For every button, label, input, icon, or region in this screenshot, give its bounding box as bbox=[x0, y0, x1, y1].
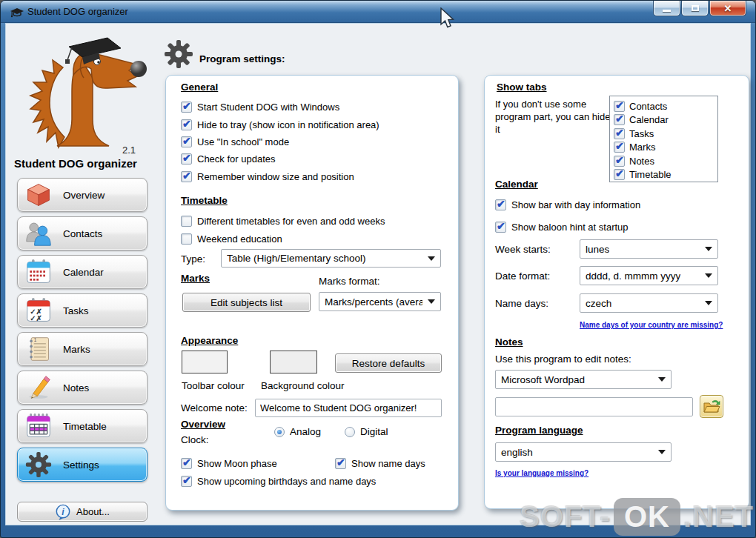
checkbox[interactable] bbox=[181, 119, 192, 130]
checkbox-name-days[interactable]: Show name days bbox=[335, 456, 425, 470]
section-heading-language: Program language bbox=[495, 425, 583, 436]
radio-button[interactable] bbox=[345, 427, 355, 437]
tab-item-marks[interactable]: Marks bbox=[614, 141, 714, 155]
language-missing-link[interactable]: Is your language missing? bbox=[495, 469, 588, 477]
contacts-icon bbox=[24, 219, 53, 248]
checkbox[interactable] bbox=[614, 101, 625, 112]
checkbox-hide-to-tray[interactable]: Hide to tray (show icon in notification … bbox=[181, 118, 379, 131]
checkbox[interactable] bbox=[495, 199, 506, 210]
checkbox[interactable] bbox=[614, 142, 625, 153]
minimize-button[interactable] bbox=[653, 1, 680, 16]
pencil-icon bbox=[24, 373, 53, 402]
sidebar-item-timetable[interactable]: Timetable bbox=[17, 409, 147, 443]
sidebar-item-tasks[interactable]: ✓✗ ✓✗ Tasks bbox=[17, 293, 147, 328]
checkbox-moon-phase[interactable]: Show Moon phase bbox=[181, 456, 277, 470]
chevron-down-icon bbox=[428, 299, 435, 304]
type-label: Type: bbox=[181, 253, 205, 265]
tab-item-calendar[interactable]: Calendar bbox=[614, 113, 714, 127]
sidebar-item-label: Tasks bbox=[63, 305, 89, 316]
select-value: czech bbox=[586, 298, 611, 309]
checkbox-label: Show bar with day information bbox=[511, 199, 640, 210]
notes-editor-select[interactable]: Microsoft Wordpad bbox=[495, 370, 672, 389]
close-button[interactable]: ✕ bbox=[709, 1, 746, 16]
checkbox[interactable] bbox=[614, 169, 625, 180]
sidebar-item-marks[interactable]: 1 Marks bbox=[17, 332, 147, 366]
checkbox-in-school-mode[interactable]: Use "In school" mode bbox=[181, 135, 289, 148]
maximize-button[interactable] bbox=[681, 1, 709, 16]
sidebar-item-overview[interactable]: Overview bbox=[17, 178, 147, 212]
checkbox-even-odd-weeks[interactable]: Different timetables for even and odd we… bbox=[181, 214, 385, 228]
restore-defaults-button[interactable]: Restore defaults bbox=[335, 353, 442, 373]
close-icon: ✕ bbox=[724, 3, 732, 14]
tab-label: Marks bbox=[629, 142, 655, 153]
chevron-down-icon bbox=[658, 450, 666, 454]
week-starts-label: Week starts: bbox=[495, 244, 551, 255]
notes-description: Use this program to edit notes: bbox=[495, 353, 631, 365]
checkbox-day-information-bar[interactable]: Show bar with day information bbox=[495, 198, 640, 211]
radio-analog[interactable]: Analog bbox=[274, 426, 321, 437]
section-heading-notes: Notes bbox=[495, 336, 523, 348]
tab-item-tasks[interactable]: Tasks bbox=[614, 127, 714, 141]
checkbox[interactable] bbox=[181, 476, 192, 487]
week-starts-select[interactable]: lunes bbox=[580, 239, 718, 259]
chevron-down-icon bbox=[658, 377, 666, 382]
checkbox[interactable] bbox=[614, 156, 625, 167]
checkbox[interactable] bbox=[614, 114, 625, 125]
select-value: Table (High/Elementary school) bbox=[227, 253, 366, 264]
dog-tail bbox=[30, 60, 64, 147]
tab-label: Timetable bbox=[629, 169, 672, 180]
select-value: english bbox=[501, 447, 533, 458]
radio-button[interactable] bbox=[274, 427, 285, 437]
svg-text:1: 1 bbox=[34, 337, 37, 342]
checkbox[interactable] bbox=[181, 458, 192, 469]
marks-format-select[interactable]: Marks/percents (avera bbox=[319, 292, 441, 311]
language-select[interactable]: english bbox=[495, 442, 672, 462]
checkbox-weekend-education[interactable]: Weekend education bbox=[181, 232, 282, 245]
show-tabs-listbox[interactable]: Contacts Calendar Tasks Marks Notes bbox=[609, 96, 718, 182]
checkbox[interactable] bbox=[181, 216, 192, 227]
date-format-select[interactable]: dddd, d. mmmm yyyy bbox=[580, 266, 718, 285]
notes-editor-path-input[interactable] bbox=[495, 397, 693, 416]
tab-label: Contacts bbox=[629, 101, 667, 112]
select-value: Microsoft Wordpad bbox=[501, 374, 585, 385]
checkbox[interactable] bbox=[335, 458, 346, 469]
chevron-down-icon bbox=[428, 256, 435, 261]
browse-folder-button[interactable] bbox=[700, 395, 723, 418]
checkbox[interactable] bbox=[181, 153, 192, 165]
checkbox-label: Weekend education bbox=[197, 233, 282, 245]
button-label: Restore defaults bbox=[352, 358, 425, 369]
about-button[interactable]: i About... bbox=[17, 502, 147, 522]
checkbox[interactable] bbox=[181, 102, 192, 113]
sidebar-item-label: Calendar bbox=[63, 267, 104, 278]
svg-text:✓✗: ✓✗ bbox=[30, 314, 42, 322]
name-days-select[interactable]: czech bbox=[580, 293, 718, 313]
sidebar-item-settings[interactable]: Settings bbox=[17, 448, 147, 482]
settings-panel-right: Show tabs If you don't use some program … bbox=[484, 75, 749, 509]
sidebar-item-contacts[interactable]: Contacts bbox=[17, 216, 147, 250]
checkbox[interactable] bbox=[614, 128, 625, 139]
tab-item-timetable[interactable]: Timetable bbox=[614, 168, 714, 182]
sidebar-item-calendar[interactable]: Calendar bbox=[17, 255, 147, 289]
name-days-missing-link[interactable]: Name days of your country are missing? bbox=[580, 321, 723, 329]
radio-digital[interactable]: Digital bbox=[345, 426, 388, 437]
checkbox[interactable] bbox=[181, 136, 192, 147]
titlebar[interactable]: Student DOG organizer ✕ bbox=[1, 1, 755, 23]
sidebar-item-notes[interactable]: Notes bbox=[17, 371, 147, 405]
tab-item-notes[interactable]: Notes bbox=[614, 154, 714, 168]
checkbox-label: Different timetables for even and odd we… bbox=[197, 216, 385, 227]
timetable-type-select[interactable]: Table (High/Elementary school) bbox=[221, 249, 441, 268]
welcome-note-input[interactable] bbox=[255, 399, 442, 417]
checkbox[interactable] bbox=[181, 233, 192, 245]
checkbox-upcoming-birthdays[interactable]: Show upcoming birthdays and name days bbox=[181, 474, 376, 488]
checkbox[interactable] bbox=[181, 171, 192, 182]
checkbox-check-updates[interactable]: Check for updates bbox=[181, 152, 276, 165]
background-colour-swatch[interactable] bbox=[270, 351, 317, 373]
checkbox-label: Use "In school" mode bbox=[197, 136, 289, 147]
checkbox[interactable] bbox=[495, 222, 506, 233]
edit-subjects-button[interactable]: Edit subjects list bbox=[182, 293, 311, 312]
toolbar-colour-swatch[interactable] bbox=[182, 351, 228, 373]
checkbox-balloon-hint[interactable]: Show baloon hint at startup bbox=[495, 220, 629, 233]
checkbox-remember-window[interactable]: Remember window size and position bbox=[181, 170, 354, 183]
checkbox-start-with-windows[interactable]: Start Student DOG with Windows bbox=[181, 100, 339, 113]
tab-item-contacts[interactable]: Contacts bbox=[614, 99, 714, 113]
